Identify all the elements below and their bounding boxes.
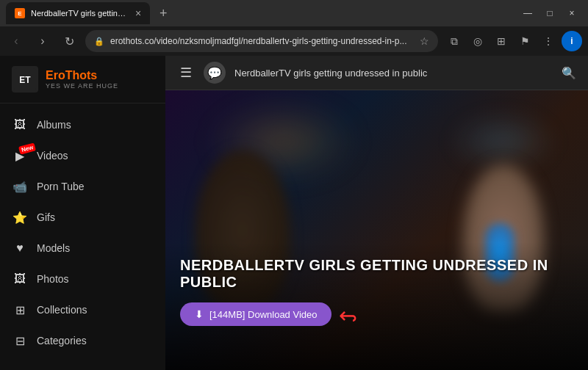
url-text: erothots.co/video/nzksmoljmadfgl/nerdbal… [110, 36, 414, 46]
porn-tube-icon: 📹 [12, 178, 28, 195]
download-icon: ⬇ [195, 308, 204, 320]
tab-bar: E NerdballerTV girls getting und... × + … [0, 0, 588, 26]
search-icon[interactable]: 🔍 [562, 66, 576, 80]
logo-subtitle: YES WE ARE HUGE [46, 82, 118, 90]
maximize-button[interactable]: □ [539, 3, 560, 23]
tab-favicon: E [15, 8, 25, 18]
content-area: ☰ 💬 NerdballerTV girls getting undressed… [165, 56, 588, 370]
chat-icon: 💬 [207, 66, 222, 80]
collections-label: Collections [37, 304, 87, 316]
top-bar: ☰ 💬 NerdballerTV girls getting undressed… [165, 56, 588, 90]
download-button[interactable]: ⬇ [144MB] Download Video [180, 302, 331, 326]
sidebar-item-models[interactable]: ♥ Models [0, 233, 165, 264]
gifs-label: Gifs [37, 211, 55, 223]
lock-icon: 🔒 [94, 37, 104, 46]
nav-items: 🖼 Albums ▶ Videos New 📹 Porn Tube ⭐ Gifs… [0, 104, 165, 362]
download-btn-wrapper: ⬇ [144MB] Download Video ↩ [180, 302, 331, 326]
arrow-indicator: ↩ [339, 304, 357, 330]
download-label: [144MB] Download Video [209, 309, 317, 320]
sidebar-item-albums[interactable]: 🖼 Albums [0, 109, 165, 140]
logo-text: EroThots YES WE ARE HUGE [46, 69, 118, 90]
sidebar-item-photos[interactable]: 🖼 Photos [0, 264, 165, 294]
collections-icon: ⊞ [12, 302, 28, 318]
tab-close-button[interactable]: × [135, 7, 141, 19]
albums-label: Albums [37, 119, 71, 131]
main-layout: ET EroThots YES WE ARE HUGE 🖼 Albums ▶ V… [0, 56, 588, 370]
video-overlay: NERDBALLERTV GIRLS GETTING UNDRESSED IN … [165, 242, 588, 370]
toolbar-icons: ⧉ ◎ ⊞ ⚑ ⋮ i [444, 31, 582, 51]
photos-icon: 🖼 [12, 271, 28, 287]
puzzle-icon[interactable]: ⊞ [491, 31, 512, 51]
models-label: Models [37, 242, 70, 254]
chat-button[interactable]: 💬 [204, 62, 226, 84]
window-controls: — □ × [517, 3, 582, 23]
reload-button[interactable]: ↻ [59, 31, 79, 51]
sidebar-item-collections[interactable]: ⊞ Collections [0, 294, 165, 325]
profile-icon[interactable]: i [562, 31, 582, 51]
forward-button[interactable]: › [32, 31, 53, 51]
logo-title: EroThots [46, 69, 118, 82]
sidebar-item-gifs[interactable]: ⭐ Gifs [0, 202, 165, 233]
bg-glow-2 [448, 112, 559, 171]
models-icon: ♥ [12, 240, 28, 256]
tab-title: NerdballerTV girls getting und... [31, 9, 126, 18]
search-display: NerdballerTV girls getting undressed in … [234, 68, 553, 79]
bookmark-icon[interactable]: ☆ [420, 35, 429, 47]
minimize-button[interactable]: — [517, 3, 538, 23]
close-button[interactable]: × [562, 3, 582, 23]
sidebar-item-porn-tube[interactable]: 📹 Porn Tube [0, 171, 165, 202]
url-bar[interactable]: 🔒 erothots.co/video/nzksmoljmadfgl/nerdb… [85, 30, 438, 52]
videos-label: Videos [37, 150, 68, 162]
camera-icon[interactable]: ◎ [467, 31, 488, 51]
sidebar-item-videos[interactable]: ▶ Videos New [0, 140, 165, 171]
back-button[interactable]: ‹ [6, 31, 26, 51]
video-container: NERDBALLERTV GIRLS GETTING UNDRESSED IN … [165, 90, 588, 370]
porn-tube-label: Porn Tube [37, 181, 85, 192]
categories-icon: ⊟ [12, 333, 28, 349]
sidebar-item-categories[interactable]: ⊟ Categories [0, 325, 165, 356]
video-title: NERDBALLERTV GIRLS GETTING UNDRESSED IN … [180, 257, 573, 291]
albums-icon: 🖼 [12, 117, 28, 133]
sidebar: ET EroThots YES WE ARE HUGE 🖼 Albums ▶ V… [0, 56, 165, 370]
new-tab-button[interactable]: + [153, 3, 173, 23]
categories-label: Categories [37, 335, 87, 347]
sidebar-footer: Made with love ♥ 2023 Erothots · Report … [0, 362, 165, 370]
logo-icon: ET [12, 66, 38, 92]
extensions-icon[interactable]: ⧉ [444, 31, 465, 51]
more-icon[interactable]: ⋮ [538, 31, 559, 51]
logo-area: ET EroThots YES WE ARE HUGE [0, 56, 165, 104]
shield-icon[interactable]: ⚑ [514, 31, 535, 51]
address-bar: ‹ › ↻ 🔒 erothots.co/video/nzksmoljmadfgl… [0, 26, 588, 56]
photos-label: Photos [37, 273, 69, 285]
hamburger-button[interactable]: ☰ [177, 62, 195, 84]
svg-text:ET: ET [19, 75, 31, 85]
active-tab[interactable]: E NerdballerTV girls getting und... × [6, 2, 150, 24]
browser-chrome: E NerdballerTV girls getting und... × + … [0, 0, 588, 56]
gifs-icon: ⭐ [12, 209, 28, 225]
